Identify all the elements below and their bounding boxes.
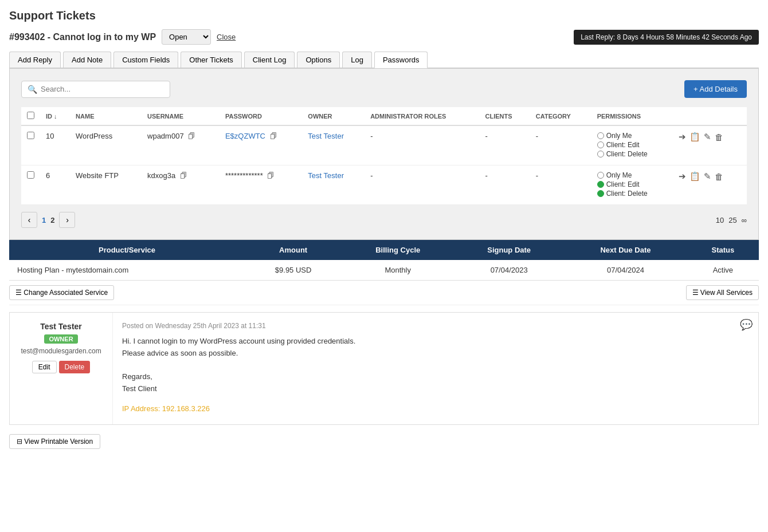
row-password: E$zQZWTC 🗍 xyxy=(220,125,302,165)
copy-icon[interactable]: 📋 xyxy=(689,132,700,142)
row-id: 6 xyxy=(40,165,70,205)
service-billing-cycle: Monthly xyxy=(342,260,454,281)
permission-radio-green xyxy=(597,190,604,197)
copy-password-icon[interactable]: 🗍 xyxy=(267,172,274,180)
owner-badge: OWNER xyxy=(44,334,77,344)
service-col-billing: Billing Cycle xyxy=(342,240,454,260)
page-2[interactable]: 2 xyxy=(50,216,54,224)
row-name: WordPress xyxy=(70,125,142,165)
status-select[interactable]: Open Closed Pending xyxy=(162,29,211,45)
copy-username-icon[interactable]: 🗍 xyxy=(180,172,187,180)
tab-add-reply[interactable]: Add Reply xyxy=(9,52,61,68)
service-signup-date: 07/04/2023 xyxy=(454,260,564,281)
copy-icon[interactable]: 📋 xyxy=(689,171,700,182)
ticket-id-title: #993402 - Cannot log in to my WP xyxy=(9,32,156,42)
tab-other-tickets[interactable]: Other Tickets xyxy=(181,52,242,68)
tab-options[interactable]: Options xyxy=(297,52,340,68)
row-permissions: Only Me Client: Edit Client: Delete xyxy=(591,165,673,205)
ticket-content: Posted on Wednesday 25th April 2023 at 1… xyxy=(113,313,734,424)
login-icon[interactable]: ➔ xyxy=(679,132,686,142)
edit-icon[interactable]: ✎ xyxy=(704,171,711,182)
copy-password-icon[interactable]: 🗍 xyxy=(270,132,277,140)
service-row: Hosting Plan - mytestdomain.com $9.95 US… xyxy=(9,260,759,281)
service-due-date: 07/04/2024 xyxy=(564,260,687,281)
passwords-panel: 🔍 + Add Details ID ↓ NAME USERNAME PASSW… xyxy=(9,68,759,240)
copy-username-icon[interactable]: 🗍 xyxy=(188,132,195,140)
service-col-product: Product/Service xyxy=(9,240,245,260)
service-actions-row: ☰ Change Associated Service ☰ View All S… xyxy=(9,281,759,305)
delete-message-button[interactable]: Delete xyxy=(59,361,91,373)
ticket-body-line3: Regards, xyxy=(122,371,725,383)
ticket-date: Posted on Wednesday 25th April 2023 at 1… xyxy=(122,322,725,330)
row-owner: Test Tester xyxy=(302,165,365,205)
print-button[interactable]: ⊟ View Printable Version xyxy=(9,434,100,449)
table-row: 6 Website FTP kdxog3a 🗍 ************* 🗍 … xyxy=(21,165,747,205)
ticket-body-line2: Please advice as soon as possible. xyxy=(122,348,725,360)
page-size-all[interactable]: ∞ xyxy=(742,216,747,224)
row-category: - xyxy=(530,125,591,165)
tab-log[interactable]: Log xyxy=(342,52,372,68)
table-row: 10 WordPress wpadm007 🗍 E$zQZWTC 🗍 Test … xyxy=(21,125,747,165)
ticket-message-section: Test Tester OWNER test@modulesgarden.com… xyxy=(9,312,759,425)
ticket-body: Hi. I cannot login to my WordPress accou… xyxy=(122,336,725,415)
service-table: Product/Service Amount Billing Cycle Sig… xyxy=(9,240,759,281)
permission-radio xyxy=(597,132,604,139)
search-input[interactable] xyxy=(41,85,164,93)
tab-passwords[interactable]: Passwords xyxy=(374,52,428,68)
row-username: kdxog3a 🗍 xyxy=(142,165,220,205)
next-page-button[interactable]: › xyxy=(59,212,75,228)
author-email: test@modulesgarden.com xyxy=(19,347,103,355)
view-all-services-button[interactable]: ☰ View All Services xyxy=(686,285,759,300)
delete-icon[interactable]: 🗑 xyxy=(715,172,723,182)
row-owner: Test Tester xyxy=(302,125,365,165)
page-size-10[interactable]: 10 xyxy=(716,216,724,224)
service-col-status: Status xyxy=(687,240,759,260)
row-category: - xyxy=(530,165,591,205)
page-size-25[interactable]: 25 xyxy=(728,216,736,224)
author-name: Test Tester xyxy=(19,322,103,331)
permission-radio xyxy=(597,151,604,157)
service-section: Product/Service Amount Billing Cycle Sig… xyxy=(9,240,759,305)
passwords-table: ID ↓ NAME USERNAME PASSWORD OWNER ADMINI… xyxy=(21,107,747,205)
permission-radio-green xyxy=(597,181,604,188)
delete-icon[interactable]: 🗑 xyxy=(715,132,723,142)
pagination-row: ‹ 1 2 › 10 25 ∞ xyxy=(21,212,747,228)
col-id: ID ↓ xyxy=(40,107,70,125)
reply-icon[interactable]: 💬 xyxy=(734,313,758,424)
edit-message-button[interactable]: Edit xyxy=(32,361,57,373)
col-admin-roles: ADMINISTRATOR ROLES xyxy=(365,107,479,125)
page-1[interactable]: 1 xyxy=(42,216,46,224)
select-all-checkbox[interactable] xyxy=(27,112,34,119)
permission-radio xyxy=(597,172,604,179)
col-owner: OWNER xyxy=(302,107,365,125)
row-clients: - xyxy=(480,165,530,205)
service-col-amount: Amount xyxy=(245,240,342,260)
ticket-body-line4: Test Client xyxy=(122,383,725,395)
tab-custom-fields[interactable]: Custom Fields xyxy=(113,52,178,68)
tab-add-note[interactable]: Add Note xyxy=(63,52,111,68)
col-permissions: PERMISSIONS xyxy=(591,107,673,125)
page-sizes: 10 25 ∞ xyxy=(716,216,747,224)
ticket-author: Test Tester OWNER test@modulesgarden.com… xyxy=(10,313,113,424)
col-username: USERNAME xyxy=(142,107,220,125)
row-checkbox-10[interactable] xyxy=(27,132,34,139)
last-reply-badge: Last Reply: 8 Days 4 Hours 58 Minutes 42… xyxy=(574,30,759,45)
ticket-body-line1: Hi. I cannot login to my WordPress accou… xyxy=(122,336,725,348)
row-admin-roles: - xyxy=(365,125,479,165)
col-category: CATEGORY xyxy=(530,107,591,125)
prev-page-button[interactable]: ‹ xyxy=(21,212,37,228)
row-actions: ➔ 📋 ✎ 🗑 xyxy=(679,171,741,182)
col-clients: CLIENTS xyxy=(480,107,530,125)
row-username: wpadm007 🗍 xyxy=(142,125,220,165)
login-icon[interactable]: ➔ xyxy=(679,171,686,182)
change-associated-service-button[interactable]: ☰ Change Associated Service xyxy=(9,285,114,300)
row-name: Website FTP xyxy=(70,165,142,205)
add-details-button[interactable]: + Add Details xyxy=(684,80,747,98)
permission-radio xyxy=(597,141,604,148)
tab-client-log[interactable]: Client Log xyxy=(244,52,295,68)
close-button[interactable]: Close xyxy=(217,33,236,41)
tab-bar: Add Reply Add Note Custom Fields Other T… xyxy=(9,52,759,68)
footer-row: ⊟ View Printable Version xyxy=(9,434,759,449)
row-checkbox-6[interactable] xyxy=(27,171,34,179)
edit-icon[interactable]: ✎ xyxy=(704,132,711,142)
